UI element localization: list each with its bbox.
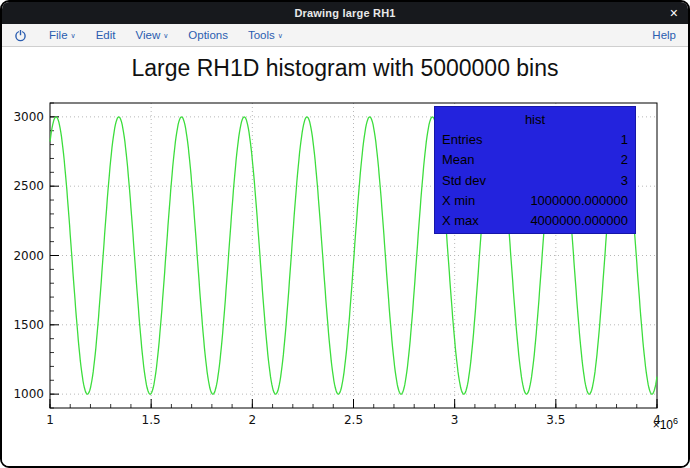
menu-item-help-label: Help [652,29,676,41]
svg-text:2.5: 2.5 [344,413,363,427]
menu-item-file[interactable]: File ∨ [49,29,76,41]
svg-text:1.5: 1.5 [142,413,161,427]
menu-item-file-label: File [49,29,68,41]
chevron-down-icon: ∨ [278,32,283,40]
svg-text:1: 1 [46,413,54,427]
svg-text:3.5: 3.5 [546,413,565,427]
svg-text:2500: 2500 [13,179,44,193]
chevron-down-icon: ∨ [71,32,76,40]
svg-text:2000: 2000 [13,249,44,263]
stats-row: X min 1000000.000000 [435,193,635,208]
stats-label: Entries [442,132,482,147]
x-axis-exponent-base: ×10 [653,418,673,432]
menu-item-tools-label: Tools [248,29,275,41]
stats-box[interactable]: hist Entries 1 Mean 2 Std dev 3 X min 10… [434,106,636,234]
svg-text:2: 2 [249,413,257,427]
menu-item-edit-label: Edit [96,29,116,41]
stats-value: 4000000.000000 [530,213,628,228]
stats-label: X max [442,213,479,228]
window-title: Drawing large RH1 [294,7,395,19]
titlebar[interactable]: Drawing large RH1 × [2,2,688,24]
app-window: Drawing large RH1 × File ∨ Edit View ∨ O… [0,0,690,468]
stats-value: 3 [621,173,628,188]
svg-text:1500: 1500 [13,318,44,332]
power-icon-glyph [14,29,27,42]
stats-value: 1 [621,132,628,147]
svg-text:1000: 1000 [13,387,44,401]
menu-item-view[interactable]: View ∨ [135,29,168,41]
menu-item-options-label: Options [188,29,228,41]
menu-item-help[interactable]: Help [652,29,676,41]
stats-label: X min [442,193,475,208]
menubar: File ∨ Edit View ∨ Options Tools ∨ Help [2,24,688,47]
stats-row: Mean 2 [435,152,635,167]
x-axis-exponent: ×106 [653,416,678,432]
stats-label: Std dev [442,173,486,188]
stats-title: hist [435,112,635,127]
stats-label: Mean [442,152,475,167]
svg-text:3: 3 [451,413,459,427]
stats-row: Std dev 3 [435,173,635,188]
svg-text:3000: 3000 [13,110,44,124]
stats-value: 2 [621,152,628,167]
menu-item-view-label: View [135,29,160,41]
menu-item-tools[interactable]: Tools ∨ [248,29,283,41]
x-axis-exponent-power: 6 [673,416,678,426]
close-icon[interactable]: × [670,2,678,24]
menu-item-options[interactable]: Options [188,29,228,41]
chevron-down-icon: ∨ [163,32,168,40]
menu-item-edit[interactable]: Edit [96,29,116,41]
stats-value: 1000000.000000 [530,193,628,208]
stats-row: X max 4000000.000000 [435,213,635,228]
stats-row: Entries 1 [435,132,635,147]
root-canvas[interactable]: Large RH1D histogram with 5000000 bins 1… [2,47,688,468]
power-icon[interactable] [14,29,27,42]
